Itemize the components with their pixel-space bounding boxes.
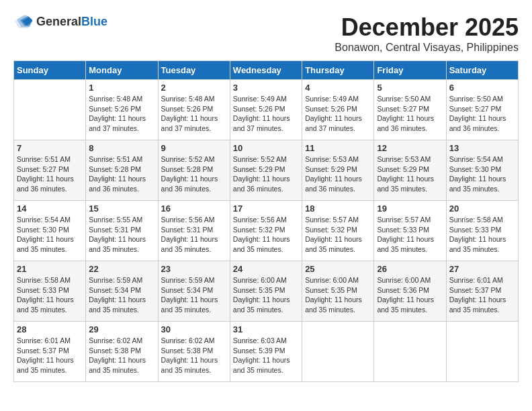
day-info: Sunrise: 6:01 AMSunset: 5:37 PMDaylight:…	[449, 275, 515, 315]
calendar-cell: 13Sunrise: 5:54 AMSunset: 5:30 PMDayligh…	[446, 140, 518, 201]
day-number: 16	[161, 203, 227, 214]
day-info: Sunrise: 5:53 AMSunset: 5:29 PMDaylight:…	[305, 154, 371, 194]
calendar-week-row: 1Sunrise: 5:48 AMSunset: 5:26 PMDaylight…	[14, 80, 519, 140]
day-info: Sunrise: 5:56 AMSunset: 5:32 PMDaylight:…	[233, 215, 299, 255]
day-number: 24	[233, 264, 299, 274]
calendar-cell: 20Sunrise: 5:58 AMSunset: 5:33 PMDayligh…	[446, 201, 518, 261]
day-number: 20	[449, 203, 515, 214]
day-info: Sunrise: 6:01 AMSunset: 5:37 PMDaylight:…	[17, 336, 83, 375]
day-number: 28	[17, 324, 83, 334]
calendar-cell: 1Sunrise: 5:48 AMSunset: 5:26 PMDaylight…	[86, 80, 158, 140]
month-title: December 2025	[335, 13, 519, 42]
day-number: 5	[377, 83, 443, 93]
calendar-cell: 28Sunrise: 6:01 AMSunset: 5:37 PMDayligh…	[14, 322, 86, 382]
calendar-cell	[374, 322, 446, 382]
day-info: Sunrise: 5:48 AMSunset: 5:26 PMDaylight:…	[161, 94, 227, 134]
calendar-cell: 19Sunrise: 5:57 AMSunset: 5:33 PMDayligh…	[374, 201, 446, 261]
day-number: 22	[89, 264, 154, 274]
calendar-cell: 31Sunrise: 6:03 AMSunset: 5:39 PMDayligh…	[230, 322, 302, 382]
day-number: 3	[233, 83, 299, 93]
calendar-cell: 14Sunrise: 5:54 AMSunset: 5:30 PMDayligh…	[14, 201, 86, 261]
calendar-cell: 5Sunrise: 5:50 AMSunset: 5:27 PMDaylight…	[374, 80, 446, 140]
day-number: 15	[89, 203, 154, 214]
day-number: 31	[233, 324, 299, 334]
day-info: Sunrise: 5:53 AMSunset: 5:29 PMDaylight:…	[377, 154, 443, 194]
day-number: 10	[233, 143, 299, 153]
weekday-header: Monday	[86, 61, 158, 80]
day-info: Sunrise: 5:58 AMSunset: 5:33 PMDaylight:…	[17, 275, 83, 315]
day-info: Sunrise: 5:57 AMSunset: 5:32 PMDaylight:…	[305, 215, 371, 255]
day-number: 29	[89, 324, 154, 334]
calendar-cell: 8Sunrise: 5:51 AMSunset: 5:28 PMDaylight…	[86, 140, 158, 201]
calendar-week-row: 28Sunrise: 6:01 AMSunset: 5:37 PMDayligh…	[14, 322, 519, 382]
calendar-cell: 16Sunrise: 5:56 AMSunset: 5:31 PMDayligh…	[158, 201, 230, 261]
calendar-cell: 29Sunrise: 6:02 AMSunset: 5:38 PMDayligh…	[86, 322, 158, 382]
calendar-week-row: 7Sunrise: 5:51 AMSunset: 5:27 PMDaylight…	[14, 140, 519, 201]
day-info: Sunrise: 6:02 AMSunset: 5:38 PMDaylight:…	[161, 336, 227, 375]
weekday-header: Wednesday	[230, 61, 302, 80]
calendar-body: 1Sunrise: 5:48 AMSunset: 5:26 PMDaylight…	[14, 80, 519, 382]
day-info: Sunrise: 5:50 AMSunset: 5:27 PMDaylight:…	[377, 94, 443, 134]
calendar-cell: 6Sunrise: 5:50 AMSunset: 5:27 PMDaylight…	[446, 80, 518, 140]
logo: General Blue	[13, 13, 107, 30]
calendar-week-row: 14Sunrise: 5:54 AMSunset: 5:30 PMDayligh…	[14, 201, 519, 261]
weekday-header: Sunday	[14, 61, 86, 80]
day-info: Sunrise: 6:00 AMSunset: 5:35 PMDaylight:…	[233, 275, 299, 315]
day-info: Sunrise: 6:03 AMSunset: 5:39 PMDaylight:…	[233, 336, 299, 375]
calendar-cell: 17Sunrise: 5:56 AMSunset: 5:32 PMDayligh…	[230, 201, 302, 261]
day-number: 12	[377, 143, 443, 153]
day-number: 1	[89, 83, 154, 93]
logo-general: General	[36, 15, 81, 29]
calendar-cell: 24Sunrise: 6:00 AMSunset: 5:35 PMDayligh…	[230, 261, 302, 322]
weekday-header: Tuesday	[158, 61, 230, 80]
weekday-header: Saturday	[446, 61, 518, 80]
day-info: Sunrise: 6:00 AMSunset: 5:36 PMDaylight:…	[377, 275, 443, 315]
day-info: Sunrise: 5:54 AMSunset: 5:30 PMDaylight:…	[17, 215, 83, 255]
day-info: Sunrise: 6:00 AMSunset: 5:35 PMDaylight:…	[305, 275, 371, 315]
calendar-cell: 9Sunrise: 5:52 AMSunset: 5:28 PMDaylight…	[158, 140, 230, 201]
day-number: 8	[89, 143, 154, 153]
day-number: 2	[161, 83, 227, 93]
calendar-cell: 26Sunrise: 6:00 AMSunset: 5:36 PMDayligh…	[374, 261, 446, 322]
day-number: 21	[17, 264, 83, 274]
day-number: 27	[449, 264, 515, 274]
calendar-cell: 10Sunrise: 5:52 AMSunset: 5:29 PMDayligh…	[230, 140, 302, 201]
calendar-cell	[302, 322, 374, 382]
day-number: 25	[305, 264, 371, 274]
day-number: 17	[233, 203, 299, 214]
day-info: Sunrise: 5:48 AMSunset: 5:26 PMDaylight:…	[89, 94, 154, 134]
day-info: Sunrise: 5:58 AMSunset: 5:33 PMDaylight:…	[449, 215, 515, 255]
day-number: 9	[161, 143, 227, 153]
day-number: 30	[161, 324, 227, 334]
title-area: December 2025 Bonawon, Central Visayas, …	[335, 13, 519, 54]
day-info: Sunrise: 5:59 AMSunset: 5:34 PMDaylight:…	[89, 275, 154, 315]
calendar-table: SundayMondayTuesdayWednesdayThursdayFrid…	[13, 60, 519, 382]
day-info: Sunrise: 5:52 AMSunset: 5:28 PMDaylight:…	[161, 154, 227, 194]
day-info: Sunrise: 5:55 AMSunset: 5:31 PMDaylight:…	[89, 215, 154, 255]
calendar-cell: 30Sunrise: 6:02 AMSunset: 5:38 PMDayligh…	[158, 322, 230, 382]
day-number: 26	[377, 264, 443, 274]
weekday-header: Friday	[374, 61, 446, 80]
logo-blue: Blue	[81, 15, 107, 29]
day-number: 23	[161, 264, 227, 274]
day-info: Sunrise: 5:54 AMSunset: 5:30 PMDaylight:…	[449, 154, 515, 194]
calendar-cell: 21Sunrise: 5:58 AMSunset: 5:33 PMDayligh…	[14, 261, 86, 322]
day-number: 14	[17, 203, 83, 214]
calendar-cell	[446, 322, 518, 382]
day-info: Sunrise: 5:59 AMSunset: 5:34 PMDaylight:…	[161, 275, 227, 315]
day-info: Sunrise: 5:57 AMSunset: 5:33 PMDaylight:…	[377, 215, 443, 255]
calendar-cell: 27Sunrise: 6:01 AMSunset: 5:37 PMDayligh…	[446, 261, 518, 322]
day-info: Sunrise: 5:52 AMSunset: 5:29 PMDaylight:…	[233, 154, 299, 194]
day-info: Sunrise: 5:51 AMSunset: 5:28 PMDaylight:…	[89, 154, 154, 194]
calendar-cell: 12Sunrise: 5:53 AMSunset: 5:29 PMDayligh…	[374, 140, 446, 201]
header: General Blue December 2025 Bonawon, Cent…	[13, 13, 519, 54]
calendar-header-row: SundayMondayTuesdayWednesdayThursdayFrid…	[14, 61, 519, 80]
calendar-cell: 18Sunrise: 5:57 AMSunset: 5:32 PMDayligh…	[302, 201, 374, 261]
day-number: 7	[17, 143, 83, 153]
weekday-header: Thursday	[302, 61, 374, 80]
location-title: Bonawon, Central Visayas, Philippines	[335, 42, 519, 54]
day-info: Sunrise: 6:02 AMSunset: 5:38 PMDaylight:…	[89, 336, 154, 375]
day-info: Sunrise: 5:49 AMSunset: 5:26 PMDaylight:…	[305, 94, 371, 134]
day-number: 19	[377, 203, 443, 214]
calendar-cell: 3Sunrise: 5:49 AMSunset: 5:26 PMDaylight…	[230, 80, 302, 140]
